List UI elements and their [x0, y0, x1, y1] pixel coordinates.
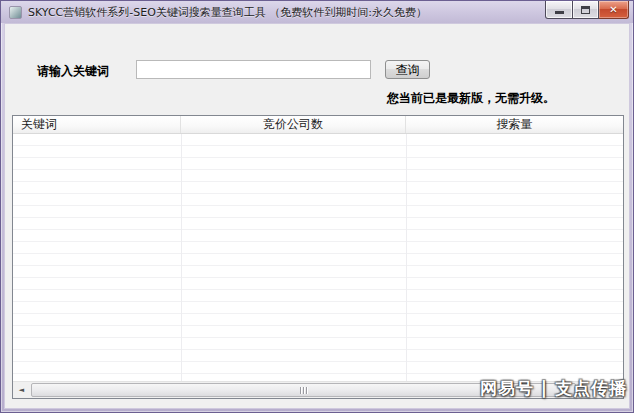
maximize-icon — [581, 6, 590, 14]
update-status-text: 您当前已是最新版，无需升级。 — [387, 90, 555, 107]
minimize-button[interactable] — [545, 1, 573, 19]
column-header-keyword[interactable]: 关键词 — [13, 116, 181, 133]
close-icon: ✕ — [609, 5, 617, 15]
maximize-button[interactable] — [573, 1, 599, 19]
column-header-search-volume[interactable]: 搜索量 — [406, 116, 623, 133]
results-table[interactable]: 关键词 竞价公司数 搜索量 ◄ ► — [12, 115, 624, 399]
window-controls: ✕ — [545, 1, 629, 19]
table-body — [13, 134, 623, 381]
keyword-label: 请输入关键词 — [37, 63, 109, 80]
minimize-icon — [555, 11, 564, 14]
column-divider — [181, 134, 182, 381]
column-divider — [406, 134, 407, 381]
column-header-bidding-companies[interactable]: 竞价公司数 — [181, 116, 406, 133]
table-header: 关键词 竞价公司数 搜索量 — [13, 116, 623, 134]
window-title: SKYCC营销软件系列-SEO关键词搜索量查询工具 （免费软件到期时间:永久免费… — [28, 5, 427, 20]
client-area: 请输入关键词 查询 您当前已是最新版，无需升级。 关键词 竞价公司数 搜索量 ◄ — [4, 23, 630, 409]
scrollbar-grip-icon — [300, 387, 307, 394]
query-button[interactable]: 查询 — [385, 60, 430, 79]
keyword-input[interactable] — [136, 60, 371, 79]
scroll-left-arrow[interactable]: ◄ — [13, 382, 30, 398]
app-window: SKYCC营销软件系列-SEO关键词搜索量查询工具 （免费软件到期时间:永久免费… — [0, 0, 634, 413]
close-button[interactable]: ✕ — [599, 1, 629, 19]
watermark: 网易号 | 支点传播 — [480, 377, 627, 400]
app-icon — [9, 6, 22, 19]
titlebar[interactable]: SKYCC营销软件系列-SEO关键词搜索量查询工具 （免费软件到期时间:永久免费… — [1, 1, 633, 23]
